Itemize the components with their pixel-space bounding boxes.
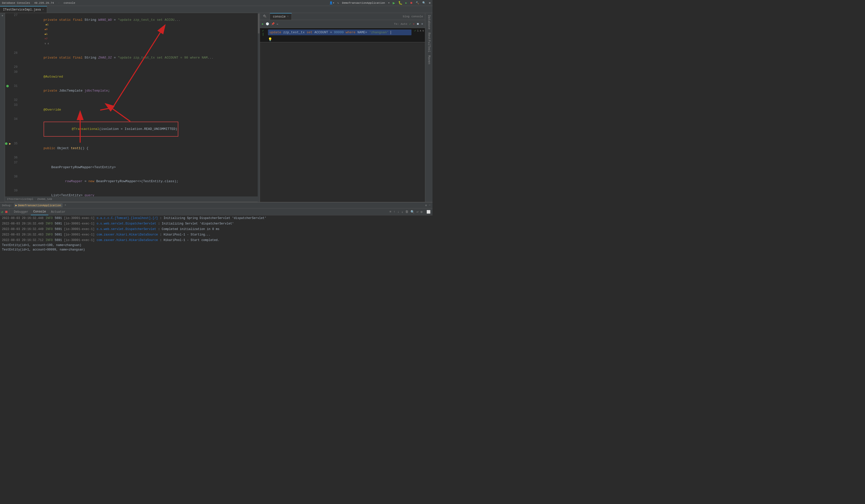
actuator-tab[interactable]: Actuator xyxy=(48,209,68,215)
debugger-tab[interactable]: Debugger xyxy=(11,209,31,215)
restart-btn[interactable]: ↺ xyxy=(1,210,3,214)
stop-console-icon[interactable]: ⏹ xyxy=(416,22,419,25)
editor-tab-bar: ITestServiceImpl.java × xyxy=(0,6,432,13)
coverage-btn[interactable]: ▶ xyxy=(405,1,407,4)
line-content-38: rowMapper = new BeanPropertyRowMapper<>(… xyxy=(20,174,256,188)
log-pid-3: 5691 xyxy=(55,233,62,237)
settings-debug-icon[interactable]: ⚙ xyxy=(420,210,423,214)
line-num-38: 38 xyxy=(10,174,20,178)
debug-run-icon: ▶ xyxy=(15,204,17,207)
menu-icon[interactable]: ≡ xyxy=(421,23,423,25)
code-editor[interactable]: 27 private static final String WANG_WU =… xyxy=(5,13,258,197)
log-class-0: o.a.c.c.C.[Tomcat].[localhost].[/] xyxy=(97,216,158,221)
line-valid-icon: ✓ xyxy=(262,29,264,32)
console-link[interactable]: console xyxy=(412,15,423,18)
editor-tab-close[interactable]: × xyxy=(42,8,44,11)
code-line-39: 39 List<TestEntity> query xyxy=(5,188,258,197)
log-plain-0: TestEntity(id=1, account=100, name=zhang… xyxy=(0,243,432,247)
debug-btn-top[interactable]: 🐛 xyxy=(398,1,402,5)
app-name-label[interactable]: DemoTransactionApplication xyxy=(342,1,385,4)
tx-label: Tx: Auto xyxy=(394,23,407,25)
run-btn[interactable]: ▶ xyxy=(393,0,395,5)
code-line-33: 33 @Override xyxy=(5,103,258,117)
sql-query-line[interactable]: update zzp_test_tx set ACCOUNT = 99999 w… xyxy=(268,30,412,35)
log-level-3: INFO xyxy=(46,233,53,237)
right-sidebar: Database RestfulTool Maven xyxy=(425,13,432,202)
db-consoles-label[interactable]: Database Consoles xyxy=(2,1,30,4)
breadcrumb-method[interactable]: ZHANG_SAN xyxy=(37,198,52,201)
maximize-debug-icon[interactable]: ⬜ xyxy=(425,210,432,214)
up-btn[interactable]: ↑ xyxy=(393,210,395,214)
line-content-35: public Object test1() { xyxy=(20,141,256,155)
line-num-28: 28 xyxy=(10,51,20,55)
line-content-37: BeanPropertyRowMapper<TestEntity> xyxy=(20,161,256,174)
blog-link[interactable]: blog xyxy=(403,15,409,18)
nav-up-icon[interactable]: ∧ xyxy=(420,29,422,32)
user-icon: 👤▾ xyxy=(329,1,335,4)
search-icon[interactable]: 🔍 xyxy=(422,1,426,4)
wrap-btn[interactable]: ↩ xyxy=(416,210,418,214)
restfultool-sidebar-label[interactable]: RestfulTool xyxy=(427,33,431,52)
x-icon[interactable]: ✕ xyxy=(413,22,415,25)
console-tab-active[interactable]: console × xyxy=(270,13,292,20)
debug-minus-icon[interactable]: − xyxy=(429,204,430,207)
search-debug-icon[interactable]: 🔍 xyxy=(411,210,414,214)
ip-address[interactable]: 49.235.29.74 xyxy=(34,1,54,4)
log-level-4: INFO xyxy=(46,238,53,243)
debug-app-close[interactable]: × xyxy=(65,204,66,207)
pin-icon[interactable]: 📌 xyxy=(271,22,275,25)
nav-down-icon[interactable]: ∨ xyxy=(422,29,424,32)
line-content-32 xyxy=(20,98,256,98)
top-console-separator: › xyxy=(58,1,60,4)
line-content-33: @Override xyxy=(20,103,256,117)
stop-debug-btn[interactable]: ⏹ xyxy=(4,210,8,214)
line-content-39: List<TestEntity> query xyxy=(20,188,256,197)
console-empty-results xyxy=(260,42,425,52)
database-sidebar-label[interactable]: Database xyxy=(427,15,431,30)
check-icon[interactable]: ✓ xyxy=(409,22,411,25)
down-btn[interactable]: ↓ xyxy=(397,210,400,214)
debug-app-name[interactable]: DemoTransactionApplication xyxy=(18,204,61,207)
code-line-34: 34 @Transactional(isolation = Isolation.… xyxy=(5,117,258,141)
top-window-bar: Database Consoles 49.235.29.74 › console… xyxy=(0,0,432,6)
log-level-0: INFO xyxy=(46,216,53,221)
clear-btn[interactable]: 🗑 xyxy=(405,210,408,214)
log-msg-4: : HikariPool-1 - Start completed. xyxy=(160,238,220,243)
code-line-29: 29 xyxy=(5,65,258,70)
code-line-38: 38 rowMapper = new BeanPropertyRowMapper… xyxy=(5,174,258,188)
result-check: ✓ xyxy=(414,29,416,32)
console-db-icon: 🔌 xyxy=(263,14,267,18)
debug-settings-icon[interactable]: ⚙ xyxy=(425,204,427,207)
top-console-label[interactable]: console xyxy=(64,1,75,4)
code-line-27: 27 private static final String WANG_WU =… xyxy=(5,13,258,51)
console-tab-close[interactable]: × xyxy=(287,15,288,18)
line-num-27: 27 xyxy=(10,13,20,17)
filter-icon[interactable]: ≡ xyxy=(390,210,391,214)
breadcrumb-class[interactable]: ITestServiceImpl xyxy=(7,198,34,201)
history-icon[interactable]: 🕐 xyxy=(266,22,269,25)
build-btn[interactable]: 🔨 xyxy=(416,1,419,4)
log-pid-1: 5691 xyxy=(55,222,62,226)
stop-btn[interactable]: ⏹ xyxy=(410,1,413,4)
line-content-29 xyxy=(20,65,256,65)
result-count: 1 xyxy=(417,29,419,32)
editor-tab-active[interactable]: ITestServiceImpl.java × xyxy=(0,6,47,13)
log-pid-4: 5691 xyxy=(55,238,62,243)
sql-input-area[interactable]: ✓ update zzp_test_tx set ACCOUNT = 99999… xyxy=(260,28,425,42)
log-line-4: 2022-08-03 20:16:32.712 INFO 5691 [io-30… xyxy=(0,237,432,243)
console-tab-debug-label: Console xyxy=(33,210,46,213)
log-msg-2: : Completed initialization in 0 ms xyxy=(158,227,219,232)
code-line-28: 28 private static final String ZHAO_SI =… xyxy=(5,51,258,65)
run-console-icon[interactable]: ▶ xyxy=(262,22,264,25)
code-scrollbar[interactable] xyxy=(258,13,260,202)
structure-icon[interactable]: ◈ xyxy=(1,14,3,17)
line-content-34: @Transactional(isolation = Isolation.REA… xyxy=(20,117,256,141)
settings-gear-icon[interactable]: ⚙ xyxy=(429,1,430,4)
cursor-icon: ↖ xyxy=(337,1,339,4)
app-dropdown-icon[interactable]: ▾ xyxy=(388,1,390,4)
console-tab-label: console xyxy=(273,15,286,19)
maven-sidebar-label[interactable]: Maven xyxy=(427,55,431,64)
scroll-end-btn[interactable]: ⇓ xyxy=(402,210,403,214)
edit-icon[interactable]: ✏ xyxy=(277,22,278,25)
console-tab-debug[interactable]: Console xyxy=(31,209,48,215)
